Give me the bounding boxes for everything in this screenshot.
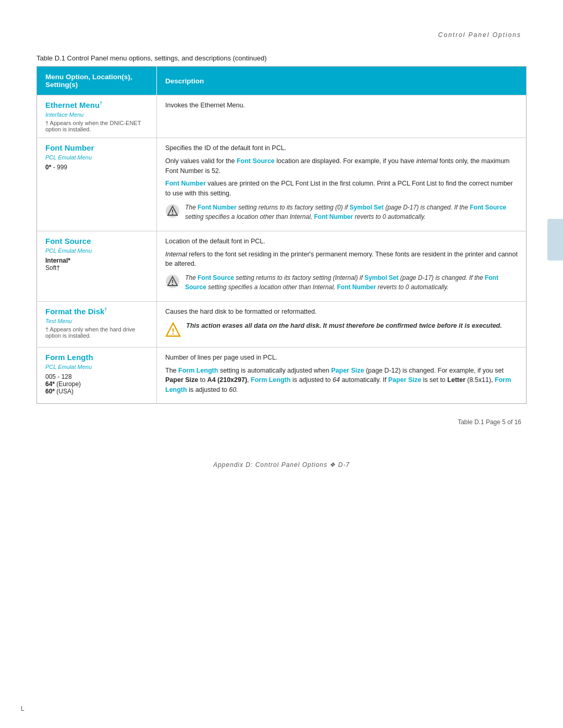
option-location-ethernet: Interface Menu (45, 112, 151, 118)
warning-box-format-disk: ! This action erases all data on the har… (165, 321, 518, 338)
footer-appendix-text: Appendix D: Control Panel Options ❖ D-7 (213, 461, 350, 468)
table-container: Table D.1 Control Panel menu options, se… (36, 54, 527, 404)
svg-text:!: ! (172, 327, 174, 336)
note-text-font-source: The Font Source setting returns to its f… (185, 273, 518, 292)
desc-p3-font-number: Font Number values are printed on the PC… (165, 179, 518, 199)
col2-header: Description (157, 67, 527, 95)
option-values-form-length: 005 - 128 64* (Europe) 60* (USA) (45, 373, 151, 395)
desc-p2-font-number: Only values valid for the Font Source lo… (165, 156, 518, 176)
desc-p1-form-length: Number of lines per page used in PCL. (165, 353, 518, 363)
option-cell-font-number: Font Number PCL Emulat Menu 0* - 999 (37, 138, 157, 231)
option-note-format-disk: † Appears only when the hard drive optio… (45, 326, 151, 339)
footer-table-text: Table D.1 Page 5 of 16 (458, 418, 521, 426)
desc-p1-font-source: Location of the default font in PCL. (165, 237, 518, 246)
warning-text-format-disk: This action erases all data on the hard … (186, 321, 502, 331)
option-cell-form-length: Form Length PCL Emulat Menu 005 - 128 64… (37, 347, 157, 403)
option-name-format-disk: Format the Disk† (45, 307, 151, 316)
desc-p1-format-disk: Causes the hard disk to be formatted or … (165, 307, 518, 317)
desc-cell-font-source: Location of the default font in PCL. Int… (157, 231, 527, 301)
col1-header: Menu Option, Location(s), Setting(s) (37, 67, 157, 95)
option-name-ethernet: Ethernet Menu† (45, 101, 151, 109)
bottom-mark-text: L (21, 705, 25, 712)
table-row: Form Length PCL Emulat Menu 005 - 128 64… (37, 347, 527, 403)
option-name-font-source: Font Source (45, 237, 151, 245)
option-location-font-number: PCL Emulat Menu (45, 154, 151, 161)
desc-cell-form-length: Number of lines per page used in PCL. Th… (157, 347, 527, 403)
desc-cell-format-disk: Causes the hard disk to be formatted or … (157, 302, 527, 348)
svg-point-7 (172, 284, 173, 285)
note-text-font-number: The Font Number setting returns to its f… (185, 203, 518, 221)
header-text: Control Panel Options (438, 31, 521, 39)
table-caption: Table D.1 Control Panel menu options, se… (36, 54, 527, 62)
option-cell-format-disk: Format the Disk† Test Menu † Appears onl… (37, 302, 157, 348)
table-row: Font Source PCL Emulat Menu Internal*Sof… (37, 231, 527, 301)
desc-p2-font-source: Internal refers to the font set residing… (165, 250, 518, 269)
option-location-font-source: PCL Emulat Menu (45, 248, 151, 254)
table-caption-main: Table D.1 Control Panel menu options, se… (36, 54, 231, 62)
note-box-font-number: The Font Number setting returns to its f… (165, 203, 518, 221)
note-icon-font-number (165, 204, 180, 218)
bottom-mark: L (21, 705, 25, 712)
desc-p2-form-length: The Form Length setting is automatically… (165, 366, 518, 395)
page-header: Control Panel Options (0, 0, 563, 44)
table-caption-continued: (continued) (233, 54, 267, 62)
page-container: Control Panel Options Table D.1 Control … (0, 0, 563, 728)
table-row: Format the Disk† Test Menu † Appears onl… (37, 302, 527, 348)
option-location-form-length: PCL Emulat Menu (45, 364, 151, 370)
svg-point-3 (172, 214, 173, 215)
main-table: Menu Option, Location(s), Setting(s) Des… (36, 66, 527, 404)
option-values-font-source: Internal*Soft† (45, 257, 151, 272)
option-name-font-number: Font Number (45, 143, 151, 152)
desc-text-ethernet: Invokes the Ethernet Menu. (165, 101, 518, 110)
option-note-ethernet: † Appears only when the DNIC-ENET option… (45, 120, 151, 132)
table-row: Ethernet Menu† Interface Menu † Appears … (37, 95, 527, 138)
desc-cell-font-number: Specifies the ID of the default font in … (157, 138, 527, 231)
desc-cell-ethernet: Invokes the Ethernet Menu. (157, 95, 527, 138)
note-icon-font-source (165, 274, 180, 289)
desc-p1-font-number: Specifies the ID of the default font in … (165, 143, 518, 153)
option-cell-font-source: Font Source PCL Emulat Menu Internal*Sof… (37, 231, 157, 301)
footer-table-indicator: Table D.1 Page 5 of 16 (0, 414, 563, 430)
side-tab (547, 219, 563, 261)
option-location-format-disk: Test Menu (45, 318, 151, 324)
warning-icon: ! (165, 322, 181, 338)
footer-appendix: Appendix D: Control Panel Options ❖ D-7 (0, 430, 563, 479)
note-box-font-source: The Font Source setting returns to its f… (165, 273, 518, 292)
table-header-row: Menu Option, Location(s), Setting(s) Des… (37, 67, 527, 95)
option-name-form-length: Form Length (45, 353, 151, 362)
table-row: Font Number PCL Emulat Menu 0* - 999 Spe… (37, 138, 527, 231)
option-values-font-number: 0* - 999 (45, 164, 151, 171)
option-cell-ethernet: Ethernet Menu† Interface Menu † Appears … (37, 95, 157, 138)
